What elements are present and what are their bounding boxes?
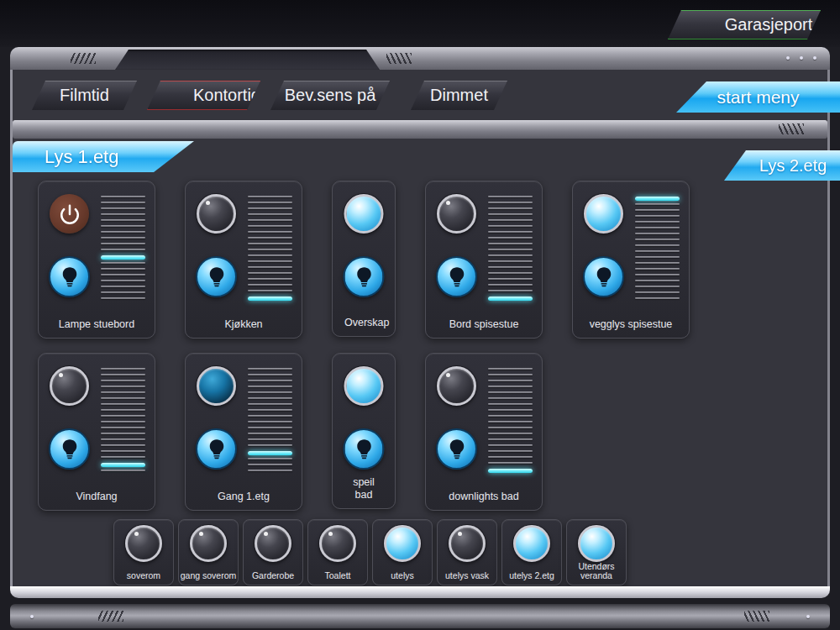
light-status-indicator[interactable] [190, 525, 227, 562]
light-card-vegglys-spisestue: vegglys spisestue [572, 181, 690, 339]
slider-tick [488, 456, 533, 458]
light-status-indicator[interactable] [197, 366, 236, 406]
garage-door-label: Garasjeport [725, 15, 813, 34]
slider-tick [488, 415, 533, 417]
slider-tick [248, 255, 292, 256]
light-card-label: Overskap [333, 317, 395, 328]
slider-tick [248, 225, 292, 227]
light-button-garderobe[interactable]: Garderobe [243, 519, 303, 585]
light-status-indicator[interactable] [578, 525, 615, 562]
bulb-button[interactable] [436, 256, 477, 297]
slider-tick [635, 262, 680, 264]
light-status-indicator[interactable] [319, 525, 356, 562]
bulb-button[interactable] [344, 428, 385, 470]
slider-tick [635, 233, 680, 234]
slider-tick [248, 266, 292, 268]
dim-slider[interactable] [248, 196, 292, 303]
bulb-icon [57, 437, 82, 462]
scene-button-label: Filmtid [60, 86, 109, 105]
dim-slider[interactable] [488, 196, 533, 303]
light-status-indicator[interactable] [584, 194, 623, 234]
light-status-indicator[interactable] [344, 194, 384, 234]
titlebar-inset-panel [115, 50, 380, 70]
slider-tick [488, 397, 533, 399]
slider-tick [248, 237, 292, 239]
slider-tick [488, 433, 533, 434]
slider-tick [101, 450, 145, 452]
power-button[interactable] [50, 194, 89, 234]
slider-tick [488, 266, 533, 268]
bulb-button[interactable] [196, 428, 237, 470]
light-status-indicator[interactable] [125, 525, 162, 562]
scene-button-kontortid[interactable]: Kontortid [147, 81, 260, 110]
light-status-indicator[interactable] [384, 525, 421, 562]
slider-tick [488, 284, 533, 286]
window-bottom-edge [10, 586, 830, 598]
light-status-indicator[interactable] [449, 525, 486, 562]
slider-tick [101, 433, 145, 434]
slider-tick [488, 380, 533, 381]
dim-slider[interactable] [488, 368, 533, 475]
bulb-button[interactable] [583, 256, 624, 297]
bulb-button[interactable] [49, 256, 90, 297]
slider-tick [248, 272, 292, 274]
light-button-utendørs-veranda[interactable]: Utendørs veranda [566, 519, 627, 585]
slider-tick [248, 368, 292, 370]
light-status-indicator[interactable] [50, 366, 89, 406]
start-menu-button[interactable]: start meny [676, 81, 840, 113]
light-card-bord-spisestue: Bord spisestue [425, 181, 543, 339]
bulb-icon [444, 437, 470, 462]
light-status-indicator[interactable] [437, 366, 476, 406]
bulb-button[interactable] [436, 428, 477, 470]
bulb-button[interactable] [49, 428, 90, 470]
slider-tick [101, 297, 145, 299]
dim-slider[interactable] [101, 196, 145, 303]
scene-button-bevsens[interactable]: Bev.sens på [270, 81, 390, 110]
light-status-indicator[interactable] [344, 366, 384, 406]
slider-tick [101, 225, 145, 227]
slider-tick [248, 415, 292, 417]
bulb-icon [444, 265, 470, 290]
slider-tick [635, 274, 680, 276]
dim-slider[interactable] [635, 196, 680, 303]
garage-door-button[interactable]: Garasjeport [668, 10, 821, 39]
bulb-button[interactable] [196, 256, 237, 297]
scene-button-filmtid[interactable]: Filmtid [32, 81, 137, 110]
scene-button-label: Kontortid [193, 86, 260, 105]
slider-tick [101, 368, 145, 370]
light-button-gang-soverom[interactable]: gang soverom [178, 519, 239, 585]
slider-tick [248, 219, 292, 221]
light-status-indicator[interactable] [513, 525, 550, 562]
bulb-icon [204, 265, 229, 290]
slider-tick [488, 444, 533, 446]
slider-tick [488, 403, 533, 405]
light-button-label: utelys 2.etg [502, 571, 561, 581]
light-status-indicator[interactable] [197, 194, 236, 234]
light-button-utelys-2-etg[interactable]: utelys 2.etg [501, 519, 562, 585]
light-button-label: gang soverom [179, 571, 238, 581]
dim-slider[interactable] [248, 368, 292, 475]
slider-tick [488, 368, 533, 370]
light-button-label: soverom [114, 571, 173, 581]
light-status-indicator[interactable] [255, 525, 291, 562]
slider-tick [101, 397, 145, 399]
slider-tick [101, 286, 145, 287]
scene-mode-row: Filmtid Kontortid Bev.sens på Dimmet [32, 81, 507, 110]
slider-tick [488, 243, 533, 244]
slider-tick [488, 374, 533, 375]
slider-tick [488, 409, 533, 411]
light-status-indicator[interactable] [437, 194, 476, 234]
light-button-toalett[interactable]: Toalett [307, 519, 368, 585]
light-button-utelys[interactable]: utelys [372, 519, 433, 585]
scene-button-dimmet[interactable]: Dimmet [411, 81, 507, 110]
slider-tick [488, 427, 533, 428]
light-button-soverom[interactable]: soverom [113, 519, 174, 585]
slider-tick [248, 380, 292, 381]
slider-tick [488, 272, 533, 274]
bulb-button[interactable] [344, 256, 385, 297]
slider-tick [101, 231, 145, 233]
slider-tick [488, 255, 533, 256]
slider-tick [248, 284, 292, 286]
light-button-utelys-vask[interactable]: utelys vask [437, 519, 497, 585]
dim-slider[interactable] [101, 368, 145, 475]
